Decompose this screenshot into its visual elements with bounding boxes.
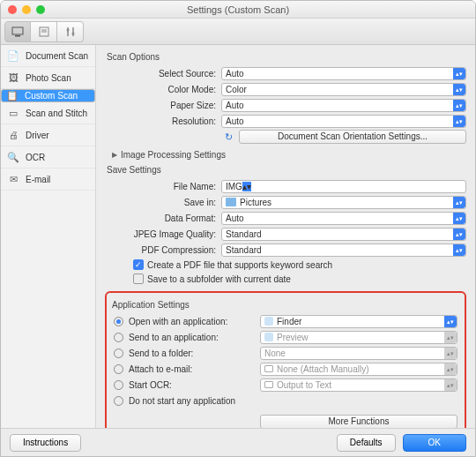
chevron-updown-icon: ▴▾ bbox=[453, 244, 465, 256]
svg-point-8 bbox=[71, 32, 74, 34]
main-panel: Scan Options Select Source:Auto▴▾ Color … bbox=[96, 45, 475, 428]
attach-email-dropdown[interactable]: None (Attach Manually)▴▾ bbox=[260, 363, 457, 376]
save-settings-heading: Save Settings bbox=[107, 165, 466, 175]
chevron-updown-icon: ▴▾ bbox=[444, 316, 457, 327]
subfolder-label: Save to a subfolder with current date bbox=[147, 274, 291, 284]
tab-scan-from-computer[interactable] bbox=[4, 21, 31, 42]
refresh-icon[interactable]: ↻ bbox=[221, 131, 235, 143]
toolbar bbox=[1, 19, 475, 45]
ocr-icon: 🔍 bbox=[6, 151, 20, 163]
paper-size-dropdown[interactable]: Auto▴▾ bbox=[221, 99, 466, 112]
start-ocr-radio[interactable] bbox=[114, 380, 123, 390]
chevron-updown-icon: ▴▾ bbox=[453, 100, 465, 111]
scan-options-heading: Scan Options bbox=[107, 52, 466, 62]
sidebar-item-driver[interactable]: 🖨Driver bbox=[1, 124, 95, 146]
chevron-updown-icon: ▴▾ bbox=[453, 84, 465, 95]
settings-window: Settings (Custom Scan) 📄Document Scan 🖼P… bbox=[0, 0, 476, 457]
tab-scan-from-panel[interactable] bbox=[31, 21, 57, 42]
stitch-icon: ▭ bbox=[6, 107, 20, 119]
send-folder-radio[interactable] bbox=[114, 348, 123, 358]
mail-icon bbox=[264, 365, 273, 372]
chevron-updown-icon: ▴▾ bbox=[444, 363, 457, 375]
chevron-updown-icon: ▴▾ bbox=[453, 197, 465, 208]
photo-icon: 🖼 bbox=[6, 71, 20, 84]
pdf-keyword-checkbox[interactable]: ✓ bbox=[133, 259, 144, 270]
jpeg-quality-dropdown[interactable]: Standard▴▾ bbox=[221, 228, 466, 241]
email-icon: ✉ bbox=[6, 173, 20, 185]
data-format-dropdown[interactable]: Auto▴▾ bbox=[221, 212, 466, 225]
save-in-label: Save in: bbox=[105, 198, 221, 207]
select-source-label: Select Source: bbox=[105, 69, 221, 79]
color-mode-dropdown[interactable]: Color▴▾ bbox=[221, 83, 466, 96]
sidebar-item-label: E-mail bbox=[26, 175, 50, 184]
chevron-updown-icon: ▴▾ bbox=[444, 379, 457, 391]
sidebar-item-scan-and-stitch[interactable]: ▭Scan and Stitch bbox=[1, 102, 95, 124]
chevron-updown-icon: ▴▾ bbox=[453, 68, 465, 79]
select-source-dropdown[interactable]: Auto▴▾ bbox=[221, 67, 466, 80]
orientation-settings-button[interactable]: Document Scan Orientation Settings... bbox=[239, 130, 466, 144]
sidebar-item-label: Custom Scan bbox=[25, 91, 78, 101]
open-with-dropdown[interactable]: Finder▴▾ bbox=[260, 315, 457, 328]
start-ocr-label: Start OCR: bbox=[129, 380, 172, 390]
document-icon: 📄 bbox=[6, 49, 20, 62]
chevron-updown-icon: ▴▾ bbox=[453, 228, 465, 240]
driver-icon: 🖨 bbox=[6, 129, 20, 141]
sidebar-item-ocr[interactable]: 🔍OCR bbox=[1, 146, 95, 169]
pdf-compression-label: PDF Compression: bbox=[105, 245, 221, 255]
svg-point-6 bbox=[66, 28, 69, 31]
ok-button[interactable]: OK bbox=[403, 434, 466, 452]
sidebar-item-label: OCR bbox=[26, 153, 45, 162]
no-app-radio[interactable] bbox=[114, 396, 123, 406]
sidebar-item-label: Document Scan bbox=[26, 51, 88, 61]
triangle-right-icon: ▶ bbox=[112, 151, 117, 159]
data-format-label: Data Format: bbox=[105, 214, 221, 223]
text-icon bbox=[264, 381, 273, 388]
open-with-radio[interactable] bbox=[114, 317, 123, 326]
sidebar-item-label: Photo Scan bbox=[26, 73, 71, 83]
paper-size-label: Paper Size: bbox=[105, 101, 221, 110]
pdf-compression-dropdown[interactable]: Standard▴▾ bbox=[221, 243, 466, 257]
footer: Instructions Defaults OK bbox=[1, 428, 475, 456]
finder-icon bbox=[264, 317, 273, 326]
custom-icon: 📋 bbox=[5, 90, 19, 102]
preview-icon bbox=[264, 333, 273, 341]
color-mode-label: Color Mode: bbox=[105, 85, 221, 94]
attach-email-radio[interactable] bbox=[114, 364, 123, 374]
more-functions-button[interactable]: More Functions bbox=[260, 415, 457, 428]
file-name-label: File Name: bbox=[105, 182, 221, 191]
send-app-radio[interactable] bbox=[114, 333, 123, 342]
defaults-button[interactable]: Defaults bbox=[337, 434, 396, 452]
folder-icon bbox=[226, 198, 236, 206]
save-in-dropdown[interactable]: Pictures▴▾ bbox=[221, 196, 466, 209]
sidebar-item-custom-scan[interactable]: 📋Custom Scan bbox=[1, 89, 95, 102]
open-with-label: Open with an application: bbox=[129, 317, 227, 326]
file-name-input[interactable]: IMG▴▾ bbox=[221, 180, 466, 193]
sidebar-item-document-scan[interactable]: 📄Document Scan bbox=[1, 45, 95, 67]
chevron-updown-icon: ▴▾ bbox=[444, 348, 457, 359]
resolution-dropdown[interactable]: Auto▴▾ bbox=[221, 115, 466, 128]
svg-rect-1 bbox=[15, 35, 20, 37]
application-settings-highlight: Application Settings Open with an applic… bbox=[105, 291, 466, 428]
sidebar-item-email[interactable]: ✉E-mail bbox=[1, 169, 95, 191]
chevron-updown-icon: ▴▾ bbox=[453, 213, 465, 224]
pdf-keyword-label: Create a PDF file that supports keyword … bbox=[147, 260, 332, 270]
chevron-updown-icon: ▴▾ bbox=[444, 332, 457, 343]
sidebar-item-photo-scan[interactable]: 🖼Photo Scan bbox=[1, 67, 95, 89]
subfolder-checkbox[interactable] bbox=[133, 273, 144, 284]
sidebar-item-label: Driver bbox=[26, 131, 49, 140]
image-processing-disclosure[interactable]: ▶Image Processing Settings bbox=[112, 150, 466, 160]
titlebar: Settings (Custom Scan) bbox=[1, 1, 475, 19]
tab-general-settings[interactable] bbox=[57, 21, 84, 42]
window-title: Settings (Custom Scan) bbox=[1, 4, 475, 15]
application-settings-heading: Application Settings bbox=[112, 300, 457, 310]
no-app-label: Do not start any application bbox=[129, 396, 235, 406]
attach-email-label: Attach to e-mail: bbox=[129, 364, 192, 374]
instructions-button[interactable]: Instructions bbox=[10, 434, 81, 452]
start-ocr-dropdown[interactable]: Output to Text▴▾ bbox=[260, 378, 457, 392]
resolution-label: Resolution: bbox=[105, 116, 221, 126]
jpeg-quality-label: JPEG Image Quality: bbox=[105, 229, 221, 239]
chevron-updown-icon: ▴▾ bbox=[453, 116, 465, 127]
send-app-dropdown[interactable]: Preview▴▾ bbox=[260, 331, 457, 344]
send-folder-dropdown[interactable]: None▴▾ bbox=[260, 347, 457, 360]
sidebar-item-label: Scan and Stitch bbox=[26, 109, 87, 118]
